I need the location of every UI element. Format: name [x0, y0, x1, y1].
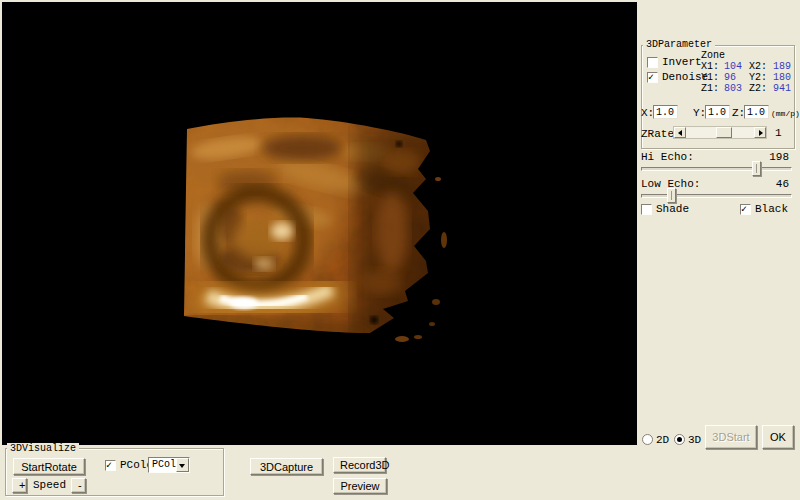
parameter-panel: 3DParameter Invert Denoise Zone X1: 104 …: [637, 0, 800, 500]
zrate-scrollbar[interactable]: [673, 126, 767, 139]
speed-label: Speed: [33, 480, 66, 491]
render-viewport[interactable]: [2, 2, 637, 444]
scale-unit-label: (mm/p): [771, 108, 800, 119]
zone-z2-label: Z2:: [749, 83, 767, 94]
speed-minus-button[interactable]: -: [71, 478, 86, 493]
mode-2d-radio[interactable]: [642, 434, 653, 445]
zone-z1-value: 803: [724, 83, 742, 94]
pcolor-checkbox[interactable]: [105, 460, 116, 471]
ultrasound-volume: [2, 2, 637, 445]
denoise-checkbox[interactable]: [647, 72, 658, 83]
low-echo-thumb[interactable]: [667, 188, 676, 203]
visualize-panel: 3DVisualize StartRotate + Speed - PColor…: [0, 445, 637, 500]
zrate-value: 1: [775, 128, 782, 139]
zone-x1-label: X1:: [701, 61, 719, 72]
invert-checkbox[interactable]: [647, 57, 658, 68]
pcolor-dropdown[interactable]: PColor: [148, 457, 190, 473]
app-window: 3DParameter Invert Denoise Zone X1: 104 …: [0, 0, 800, 500]
scale-x-input[interactable]: [653, 105, 678, 119]
zone-z2-value: 941: [773, 83, 791, 94]
start-3d-button[interactable]: 3DStart: [705, 425, 757, 449]
mode-3d-label: 3D: [688, 435, 701, 446]
start-rotate-button[interactable]: StartRotate: [13, 458, 85, 475]
pcolor-dropdown-button[interactable]: [176, 458, 189, 472]
zrate-left-arrow-button[interactable]: [674, 127, 686, 138]
mode-3d-radio[interactable]: [674, 434, 685, 445]
chevron-down-icon: [179, 464, 185, 468]
hi-echo-track: [641, 167, 792, 171]
arrow-left-icon: [678, 130, 682, 136]
parameter-group-title: 3DParameter: [643, 39, 715, 50]
speed-plus-button[interactable]: +: [12, 478, 27, 493]
zrate-thumb[interactable]: [716, 127, 732, 138]
ok-button[interactable]: OK: [762, 425, 794, 449]
zone-y1-label: Y1:: [701, 72, 719, 83]
zone-x2-value: 189: [773, 61, 791, 72]
scale-y-input[interactable]: [705, 105, 730, 119]
record-3d-button[interactable]: Record3D: [333, 457, 386, 473]
low-echo-slider[interactable]: [641, 188, 792, 204]
mode-2d-label: 2D: [656, 435, 669, 446]
zone-x1-value: 104: [724, 61, 742, 72]
low-echo-track: [641, 194, 792, 198]
zone-label: Zone: [701, 50, 725, 61]
zone-y1-value: 96: [724, 72, 736, 83]
shade-label: Shade: [656, 204, 689, 215]
preview-button[interactable]: Preview: [333, 478, 387, 494]
visualize-group-title: 3DVisualize: [7, 443, 79, 454]
capture-3d-button[interactable]: 3DCapture: [250, 458, 323, 475]
zone-x2-label: X2:: [749, 61, 767, 72]
black-checkbox[interactable]: [740, 204, 751, 215]
zone-z1-label: Z1:: [701, 83, 719, 94]
shade-checkbox[interactable]: [641, 204, 652, 215]
hi-echo-slider[interactable]: [641, 161, 792, 177]
zone-y2-value: 180: [773, 72, 791, 83]
black-label: Black: [755, 204, 788, 215]
arrow-right-icon: [759, 130, 763, 136]
zone-y2-label: Y2:: [749, 72, 767, 83]
hi-echo-thumb[interactable]: [752, 161, 761, 176]
zrate-right-arrow-button[interactable]: [754, 127, 766, 138]
invert-label: Invert: [662, 57, 702, 68]
zrate-label: ZRate: [641, 129, 674, 140]
scale-z-input[interactable]: [744, 105, 769, 119]
